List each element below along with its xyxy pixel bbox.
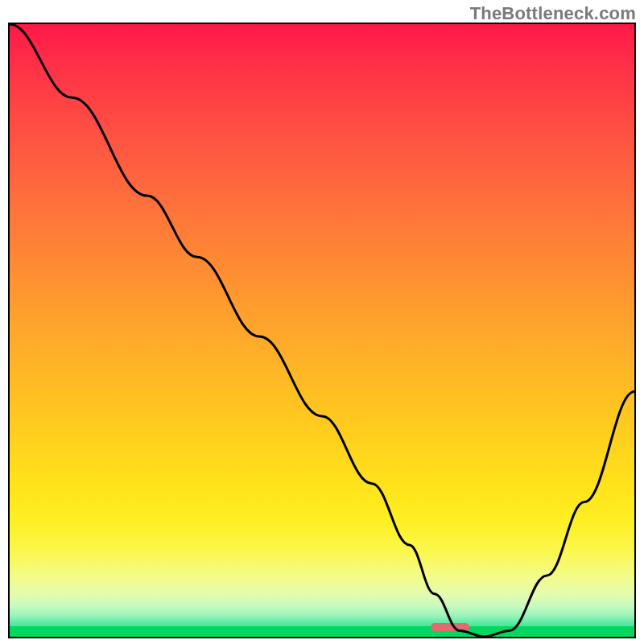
watermark-text: TheBottleneck.com [470, 3, 636, 24]
chart-canvas: TheBottleneck.com [0, 0, 644, 644]
plot-frame [8, 23, 636, 638]
bottleneck-curve [10, 24, 634, 637]
curve-path [10, 24, 634, 637]
